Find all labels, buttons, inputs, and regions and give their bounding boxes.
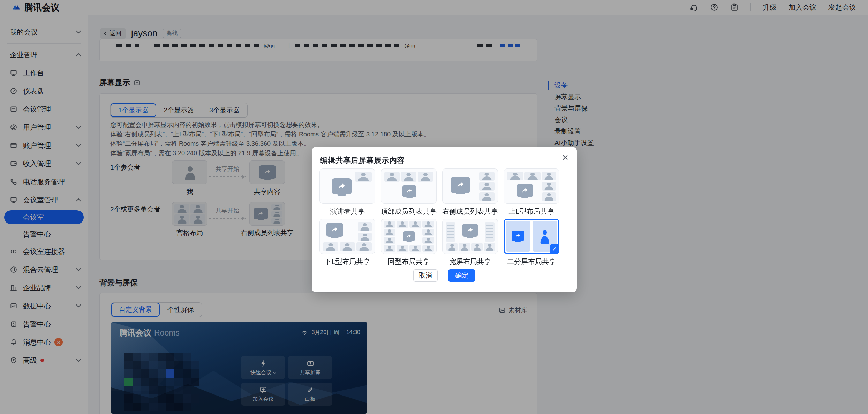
participant-thumb-icon bbox=[422, 245, 434, 252]
share-screen-icon bbox=[402, 185, 416, 197]
layout-option-right-member-list-share[interactable]: 右侧成员列表共享 bbox=[442, 168, 498, 216]
participant-thumb-icon bbox=[355, 172, 372, 182]
share-screen-icon bbox=[451, 177, 470, 193]
participant-thumb-icon bbox=[479, 182, 495, 191]
layout-option-tile[interactable]: ✓ bbox=[504, 219, 559, 254]
share-screen-icon bbox=[403, 231, 415, 241]
layout-option-top-member-list-share[interactable]: 顶部成员列表共享 bbox=[381, 168, 437, 216]
layout-option-split-screen-layout-share[interactable]: ✓二分屏布局共享 bbox=[504, 219, 559, 266]
layout-option-tile[interactable] bbox=[504, 168, 559, 204]
share-screen-icon bbox=[332, 178, 352, 194]
ok-button[interactable]: 确定 bbox=[448, 269, 475, 282]
participant-thumb-icon bbox=[397, 245, 408, 252]
participant-thumb-icon bbox=[524, 172, 541, 180]
layout-option-top-l-layout-share[interactable]: 上L型布局共享 bbox=[504, 168, 559, 216]
share-screen-icon bbox=[326, 223, 343, 237]
share-screen-icon bbox=[462, 224, 478, 237]
participant-thumb-icon bbox=[384, 172, 400, 182]
share-screen-icon bbox=[517, 184, 533, 197]
participant-thumb-icon bbox=[323, 242, 338, 251]
participant-thumb-icon bbox=[446, 243, 458, 251]
participant-thumb-icon bbox=[542, 192, 556, 201]
layout-option-label: 上L型布局共享 bbox=[504, 207, 559, 216]
participant-thumb-icon bbox=[384, 229, 395, 236]
cancel-button[interactable]: 取消 bbox=[413, 269, 438, 282]
participant-thumb-icon bbox=[384, 237, 395, 244]
participant-thumb-icon bbox=[507, 172, 523, 180]
participant-thumb-icon bbox=[422, 237, 434, 244]
participant-thumb-icon bbox=[538, 228, 552, 244]
participant-thumb-icon bbox=[384, 245, 395, 252]
layout-option-label: 右侧成员列表共享 bbox=[442, 207, 498, 216]
participant-thumb-icon bbox=[418, 172, 433, 182]
participant-thumb-icon bbox=[384, 221, 395, 228]
participant-thumb-icon bbox=[401, 172, 416, 182]
participant-thumb-icon bbox=[358, 222, 372, 231]
participant-thumb-icon bbox=[422, 221, 434, 228]
participant-thumb-icon bbox=[479, 192, 495, 201]
participant-thumb-icon bbox=[340, 242, 355, 251]
layout-option-tile[interactable] bbox=[319, 219, 375, 254]
participant-thumb-icon bbox=[459, 243, 470, 251]
split-left-pane bbox=[506, 221, 530, 252]
selected-check-icon: ✓ bbox=[550, 244, 559, 254]
layout-option-label: 演讲者共享 bbox=[319, 207, 375, 216]
modal-footer: 取消 确定 bbox=[312, 269, 577, 282]
layout-option-label: 下L型布局共享 bbox=[319, 257, 375, 266]
share-layout-modal: 编辑共享后屏幕展示内容 × 演讲者共享顶部成员列表共享右侧成员列表共享上L型布局… bbox=[312, 147, 577, 292]
layout-options-grid: 演讲者共享顶部成员列表共享右侧成员列表共享上L型布局共享下L型布局共享回型布局共… bbox=[319, 168, 559, 266]
document-lines-icon bbox=[446, 222, 455, 242]
share-screen-icon bbox=[512, 231, 524, 241]
participant-thumb-icon bbox=[542, 172, 556, 180]
close-icon[interactable]: × bbox=[562, 152, 568, 163]
participant-thumb-icon bbox=[479, 172, 495, 181]
modal-title: 编辑共享后屏幕展示内容 bbox=[320, 155, 405, 166]
participant-thumb-icon bbox=[542, 182, 556, 191]
participant-thumb-icon bbox=[409, 221, 421, 228]
layout-option-tile[interactable] bbox=[319, 168, 375, 204]
layout-option-tile[interactable] bbox=[442, 219, 498, 254]
document-lines-icon bbox=[485, 222, 495, 242]
layout-option-tile[interactable] bbox=[381, 168, 437, 204]
layout-option-tile[interactable] bbox=[442, 168, 498, 204]
layout-option-label: 二分屏布局共享 bbox=[504, 257, 559, 266]
layout-option-label: 宽屏布局共享 bbox=[442, 257, 498, 266]
layout-option-bottom-l-layout-share[interactable]: 下L型布局共享 bbox=[319, 219, 375, 266]
layout-option-tile[interactable] bbox=[381, 219, 437, 254]
layout-option-speaker-share[interactable]: 演讲者共享 bbox=[319, 168, 375, 216]
participant-thumb-icon bbox=[471, 243, 483, 251]
participant-thumb-icon bbox=[356, 242, 372, 251]
layout-option-label: 顶部成员列表共享 bbox=[381, 207, 437, 216]
participant-thumb-icon bbox=[484, 243, 495, 251]
participant-thumb-icon bbox=[422, 229, 434, 236]
layout-option-widescreen-layout-share[interactable]: 宽屏布局共享 bbox=[442, 219, 498, 266]
layout-option-label: 回型布局共享 bbox=[381, 257, 437, 266]
participant-thumb-icon bbox=[397, 221, 408, 228]
layout-option-ring-layout-share[interactable]: 回型布局共享 bbox=[381, 219, 437, 266]
participant-thumb-icon bbox=[409, 245, 421, 252]
participant-thumb-icon bbox=[358, 233, 372, 241]
